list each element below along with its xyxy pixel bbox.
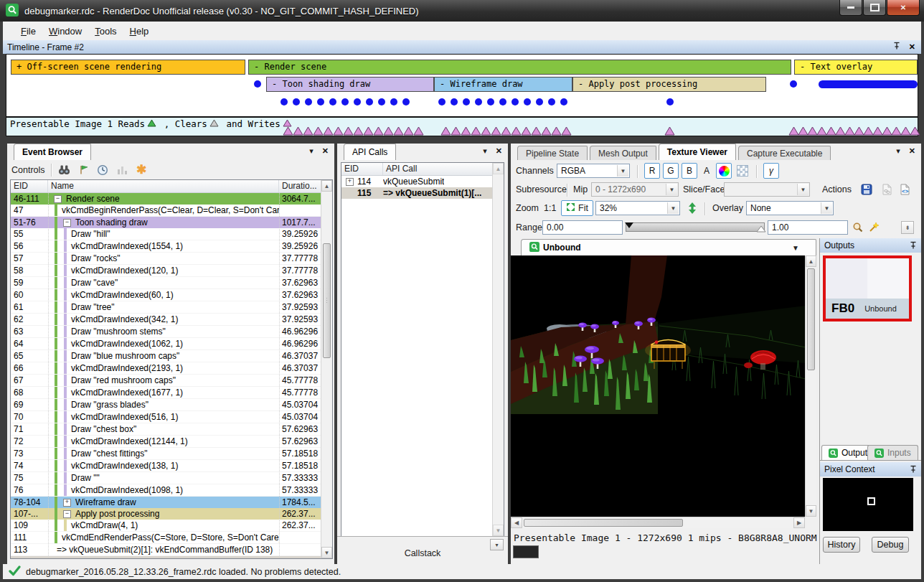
event-row[interactable]: 67Draw "red mushroom caps"45.77778 — [11, 375, 332, 387]
callstack-section[interactable]: ▾ Callstack — [337, 536, 508, 564]
checker-background-button[interactable] — [735, 163, 750, 179]
texture-list-dropdown-icon[interactable]: ▼ — [792, 244, 799, 252]
zoom-range-icon[interactable] — [851, 220, 865, 235]
event-row[interactable]: 51-76−Toon shading draw1017.7... — [11, 217, 332, 228]
tab-mesh-output[interactable]: Mesh Output — [590, 146, 656, 160]
slice-face-combo[interactable]: ▼ — [724, 182, 810, 197]
scrollbar-thumb[interactable] — [323, 243, 331, 358]
timeline-panel[interactable]: + Off-screen scene rendering- Render sce… — [6, 54, 918, 117]
draw-marker-dot[interactable] — [280, 98, 288, 105]
event-row[interactable]: 61Draw "tree"37.92593 — [11, 301, 332, 314]
tab-event-browser[interactable]: Event Browser — [14, 144, 91, 160]
event-row[interactable]: 69Draw "grass blades"45.03704 — [11, 399, 332, 411]
event-row[interactable]: 113=> vkQueueSubmit(2)[1]: vkEndCommandB… — [11, 544, 332, 556]
draw-marker-dot[interactable] — [354, 98, 361, 105]
draw-marker-dot[interactable] — [475, 98, 482, 105]
api-table-header[interactable]: EID API Call — [341, 163, 504, 176]
bookmark-icon[interactable]: ✱ — [135, 164, 148, 177]
channels-combo[interactable]: RGBA▼ — [557, 164, 630, 178]
event-row[interactable]: 59Draw "cave"37.62963 — [11, 277, 332, 289]
range-max-input[interactable]: 1.00 — [768, 220, 848, 235]
find-icon[interactable] — [57, 164, 71, 177]
tab-unbound[interactable]: Unbound — [521, 239, 816, 255]
event-row[interactable]: 56vkCmdDrawIndexed(1554, 1)39.25926 — [11, 240, 332, 253]
event-row[interactable]: 55Draw "hill"39.25926 — [11, 228, 332, 240]
draw-marker-dot[interactable] — [451, 98, 458, 105]
channel-green-button[interactable]: G — [663, 163, 679, 179]
callstack-expand-icon[interactable]: ▾ — [490, 539, 504, 550]
expander-icon[interactable]: − — [63, 219, 71, 227]
draw-marker-dot[interactable] — [487, 98, 494, 105]
close-icon[interactable]: ✕ — [909, 146, 915, 156]
tab-api-calls[interactable]: API Calls — [344, 144, 396, 160]
event-row[interactable]: 64vkCmdDrawIndexed(1062, 1)46.96296 — [11, 338, 332, 350]
event-row[interactable]: 78-104+Wireframe draw1784.5... — [11, 497, 332, 508]
draw-marker-dot[interactable] — [402, 98, 410, 105]
draw-marker-dot[interactable] — [329, 98, 336, 105]
event-row[interactable]: 68vkCmdDrawIndexed(1677, 1)45.77778 — [11, 387, 332, 399]
toolbar-overflow-icon[interactable]: ⇟ — [901, 221, 914, 234]
menu-item-help[interactable]: Help — [123, 24, 156, 39]
pixel-context-view[interactable] — [823, 478, 913, 531]
event-table-header[interactable]: EID Name Duratio... — [11, 180, 332, 193]
callstack-label[interactable]: Callstack — [337, 548, 508, 558]
gamma-button[interactable]: γ — [763, 163, 779, 179]
overlay-combo[interactable]: None▼ — [746, 201, 834, 215]
draw-marker-dot[interactable] — [254, 80, 261, 88]
save-texture-button[interactable] — [858, 182, 875, 197]
event-row[interactable]: 46-111−Render scene3064.7... — [11, 193, 332, 205]
tab-pipeline-state[interactable]: Pipeline State — [517, 146, 588, 160]
close-icon[interactable]: ✕ — [322, 146, 329, 156]
draw-marker-dot[interactable] — [524, 98, 531, 105]
timeline-bar[interactable]: - Toon shading draw — [266, 77, 434, 92]
expander-icon[interactable]: + — [63, 499, 71, 507]
draw-marker-dot[interactable] — [378, 98, 385, 105]
menu-item-tools[interactable]: Tools — [88, 24, 123, 39]
event-row[interactable]: 74vkCmdDrawIndexed(138, 1)57.18518 — [11, 460, 332, 472]
event-row[interactable]: 107-...−Apply post processing262.37... — [11, 508, 332, 520]
timeline-bar[interactable]: - Wireframe draw — [434, 77, 572, 92]
event-row[interactable]: 70vkCmdDrawIndexed(516, 1)45.03704 — [11, 411, 332, 423]
time-draws-icon[interactable] — [96, 164, 110, 177]
pin-icon[interactable] — [910, 241, 917, 251]
event-row[interactable]: 65Draw "blue mushroom caps"46.37037 — [11, 350, 332, 362]
dock-menu-icon[interactable]: ▾ — [896, 146, 900, 156]
pin-icon[interactable] — [893, 42, 900, 52]
range-slider[interactable] — [626, 222, 765, 232]
expander-icon[interactable]: − — [54, 195, 62, 203]
channel-alpha-button[interactable]: A — [699, 163, 715, 179]
draw-marker-dot[interactable] — [317, 98, 324, 105]
colorwheel-button[interactable] — [716, 163, 732, 179]
tab-texture-viewer[interactable]: Texture Viewer — [659, 144, 736, 160]
minimize-button[interactable] — [839, 0, 862, 16]
texture-vscrollbar[interactable]: ▲ ▼ — [805, 255, 816, 517]
range-black-marker[interactable] — [624, 219, 634, 232]
draw-marker-dot[interactable] — [560, 98, 567, 105]
draw-marker-dot[interactable] — [536, 98, 543, 105]
channel-red-button[interactable]: R — [644, 163, 660, 179]
draw-marker-dot[interactable] — [512, 98, 519, 105]
history-button[interactable]: History — [823, 537, 860, 553]
api-call-row[interactable]: +114vkQueueSubmit — [341, 176, 504, 187]
timeline-bar[interactable]: - Apply post processing — [572, 77, 766, 92]
debug-button[interactable]: Debug — [872, 537, 909, 553]
draw-marker-dot[interactable] — [548, 98, 555, 105]
draw-marker-dot[interactable] — [366, 98, 373, 105]
fit-button[interactable]: Fit — [561, 200, 593, 216]
texture-view[interactable] — [511, 255, 805, 517]
menu-item-window[interactable]: Window — [42, 24, 88, 39]
api-call-row[interactable]: 115=> vkQueueSubmit(1)[... — [341, 187, 504, 199]
tab-inputs[interactable]: Inputs — [867, 445, 918, 460]
timeline-bar[interactable]: - Render scene — [248, 60, 791, 75]
texture-hscrollbar[interactable]: ◀ ▶ — [511, 517, 805, 528]
api-calls-scrollbar[interactable]: ▲ ▼ — [492, 163, 504, 536]
event-row[interactable]: 111vkCmdEndRenderPass(C=Store, D=Store, … — [11, 532, 332, 544]
maximize-button[interactable] — [863, 0, 886, 16]
draw-marker-dot[interactable] — [666, 98, 674, 105]
dock-menu-icon[interactable]: ▾ — [483, 146, 487, 156]
draw-marker-dot[interactable] — [790, 80, 797, 88]
event-row[interactable]: 115=> vkQueueSubmit(1)[0]: vkBeginComman… — [11, 556, 332, 559]
channel-blue-button[interactable]: B — [682, 163, 697, 179]
draw-marker-dot[interactable] — [463, 98, 470, 105]
dock-menu-icon[interactable]: ▾ — [309, 146, 314, 156]
